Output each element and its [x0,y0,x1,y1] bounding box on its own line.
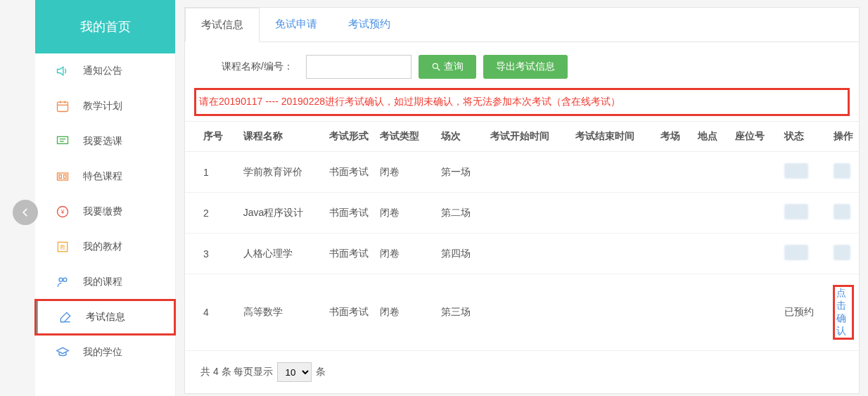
money-icon: ¥ [55,204,70,219]
sidebar: 我的首页 通知公告教学计划我要选课特色课程¥我要缴费教我的教材我的课程考试信息我… [35,0,176,396]
sidebar-item-label: 我的学位 [83,346,122,359]
op-blur [834,245,850,260]
status-blur [784,163,808,179]
col-1: 课程名称 [238,122,324,152]
svg-point-16 [433,63,438,68]
chevron-left-icon [20,207,30,217]
col-4: 场次 [435,122,485,152]
cell [655,234,692,274]
sidebar-item-0[interactable]: 通知公告 [35,53,175,89]
cell: 闭卷 [374,152,435,193]
board-icon [55,134,70,149]
exam-table: 序号课程名称考试形式考试类型场次考试开始时间考试结束时间考场地点座位号状态操作 … [185,121,859,351]
cell: 高等数学 [238,274,324,351]
svg-text:教: 教 [60,244,65,250]
cell [485,234,570,274]
sidebar-item-label: 特色课程 [83,170,122,183]
svg-text:¥: ¥ [60,208,65,215]
cell: 第二场 [435,193,485,234]
book-icon: 教 [55,239,70,255]
cell [779,152,828,193]
cell [570,152,655,193]
cell [692,274,729,351]
sidebar-item-label: 通知公告 [83,65,122,77]
calendar-icon [55,98,70,114]
sidebar-home[interactable]: 我的首页 [35,0,175,53]
confirm-link[interactable]: 点击确认 [834,286,853,339]
cell [570,234,655,274]
col-6: 考试结束时间 [570,122,655,152]
table-row: 2Java程序设计书面考试闭卷第二场 [185,193,859,234]
course-search-input[interactable] [306,55,411,79]
svg-point-15 [63,278,67,281]
svg-line-17 [438,68,440,71]
cell: 书面考试 [324,193,374,234]
table-row: 1学前教育评价书面考试闭卷第一场 [185,152,859,193]
query-button-label: 查询 [444,60,464,73]
cell-op [828,152,859,193]
sidebar-item-7[interactable]: 考试信息 [35,300,175,335]
col-3: 考试类型 [374,122,435,152]
pager-suffix: 条 [316,366,326,378]
sidebar-item-label: 我要缴费 [83,205,122,218]
sidebar-item-3[interactable]: 特色课程 [35,159,175,194]
cell: 人格心理学 [238,234,324,274]
cell: 已预约 [779,274,828,351]
cell [729,234,779,274]
cell-op [828,234,859,274]
main-content: 考试信息免试申请考试预约 课程名称/编号： 查询 导出考试信息 请在201901… [176,0,868,396]
tab-0[interactable]: 考试信息 [185,8,260,42]
export-button[interactable]: 导出考试信息 [483,55,568,79]
tab-2[interactable]: 考试预约 [333,8,406,41]
sidebar-item-label: 考试信息 [86,311,125,324]
sidebar-item-8[interactable]: 我的学位 [35,335,175,370]
sidebar-item-4[interactable]: ¥我要缴费 [35,194,175,229]
puzzle-icon [55,169,70,184]
search-label: 课程名称/编号： [222,60,293,73]
svg-rect-9 [64,175,66,179]
cell [655,152,692,193]
cell [485,152,570,193]
cell-op: 点击确认 [828,274,859,351]
page-size-select[interactable]: 10 [277,362,312,382]
sidebar-item-1[interactable]: 教学计划 [35,89,175,124]
sidebar-item-label: 我的教材 [83,241,122,253]
cell [779,193,828,234]
svg-rect-4 [58,136,68,143]
query-button[interactable]: 查询 [419,55,476,79]
cell [692,234,729,274]
tabs: 考试信息免试申请考试预约 [185,8,859,42]
sidebar-item-6[interactable]: 我的课程 [35,264,175,300]
search-icon [431,62,441,72]
cell: 闭卷 [374,193,435,234]
cell: 1 [185,152,238,193]
cell: 学前教育评价 [238,152,324,193]
cell: 第三场 [435,274,485,351]
cell: 3 [185,234,238,274]
edit-icon [58,309,73,325]
back-circle-button[interactable] [13,200,38,225]
sidebar-item-2[interactable]: 我要选课 [35,124,175,159]
col-8: 地点 [692,122,729,152]
cell [692,193,729,234]
status-blur [784,245,808,260]
op-blur [834,204,850,219]
cell: 书面考试 [324,152,374,193]
cell: 4 [185,274,238,351]
sidebar-item-5[interactable]: 教我的教材 [35,229,175,264]
op-blur [834,163,850,179]
cell: Java程序设计 [238,193,324,234]
confirmation-alert: 请在20190117 ---- 20190228进行考试确认，如过期未确认，将无… [195,89,849,115]
cell: 书面考试 [324,234,374,274]
tab-1[interactable]: 免试申请 [260,8,333,41]
table-row: 3人格心理学书面考试闭卷第四场 [185,234,859,274]
svg-point-14 [59,278,63,281]
table-row: 4高等数学书面考试闭卷第三场已预约点击确认 [185,274,859,351]
panel: 考试信息免试申请考试预约 课程名称/编号： 查询 导出考试信息 请在201901… [184,7,860,394]
col-7: 考场 [655,122,692,152]
pager-prefix: 共 4 条 每页显示 [200,366,273,378]
cap-icon [55,345,70,360]
cell: 第四场 [435,234,485,274]
cell [655,193,692,234]
cell [692,152,729,193]
